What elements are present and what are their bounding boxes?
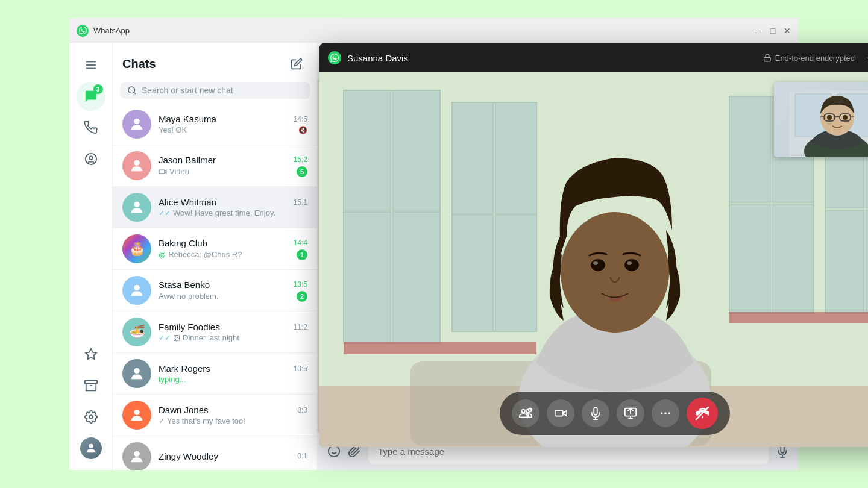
app-logo xyxy=(77,25,89,37)
chat-time: 0:1 xyxy=(297,452,307,460)
chat-name: Zingy Woodley xyxy=(159,451,218,461)
unread-badge: 5 xyxy=(297,166,307,177)
video-background xyxy=(319,72,868,447)
video-icon xyxy=(159,167,167,176)
svg-point-83 xyxy=(661,412,663,414)
chat-info-jason: Jason Ballmer 15:2 Video 5 xyxy=(159,155,307,177)
microphone-icon xyxy=(589,407,602,420)
chat-name: Jason Ballmer xyxy=(159,155,216,165)
sidebar-user-avatar[interactable] xyxy=(77,434,105,463)
double-check-icon: ✓✓ xyxy=(159,334,171,342)
close-button[interactable]: ✕ xyxy=(783,27,791,35)
msg-row: ✓ Yes that's my fave too! xyxy=(159,416,307,425)
chat-item-dawn[interactable]: Dawn Jones 8:3 ✓ Yes that's my fave too! xyxy=(113,395,317,436)
chat-preview: ✓✓ Dinner last night xyxy=(159,333,239,342)
maximize-button[interactable]: □ xyxy=(769,27,777,35)
chat-name: Stasa Benko xyxy=(159,280,210,290)
sidebar-item-chats[interactable]: 3 xyxy=(77,82,105,111)
chats-title: Chats xyxy=(122,57,156,71)
star-icon xyxy=(84,348,98,361)
chat-preview: @ Rebecca: @Chris R? xyxy=(159,250,242,259)
svg-point-73 xyxy=(843,115,848,120)
chat-item-zingy[interactable]: Zingy Woodley 0:1 xyxy=(113,436,317,470)
screen-share-icon xyxy=(624,407,637,420)
call-controls xyxy=(500,392,730,435)
sidebar-item-calls[interactable] xyxy=(77,113,105,142)
add-participant-button[interactable] xyxy=(512,399,539,427)
avatar-icon xyxy=(84,442,98,455)
chat-item-maya[interactable]: Maya Kasuma 14:5 Yes! OK 🔇 xyxy=(113,104,317,145)
chat-avatar-mark xyxy=(122,359,151,388)
chat-preview: ✓✓ Wow! Have great time. Enjoy. xyxy=(159,208,275,217)
avatar-icon xyxy=(128,407,145,424)
avatar-icon xyxy=(128,365,145,382)
status-icon xyxy=(84,152,98,166)
chat-item-jason[interactable]: Jason Ballmer 15:2 Video 5 xyxy=(113,145,317,187)
video-call-window: Susanna Davis End-to-end endcrypted ─ □ … xyxy=(319,43,868,447)
svg-point-60 xyxy=(627,261,632,265)
avatar-icon xyxy=(128,282,145,299)
menu-icon xyxy=(84,58,98,72)
video-call-titlebar: Susanna Davis End-to-end endcrypted ─ □ … xyxy=(319,43,868,72)
chat-name: Dawn Jones xyxy=(159,405,209,415)
end-call-icon xyxy=(696,407,709,420)
chat-avatar-alice xyxy=(122,193,151,222)
chat-item-family[interactable]: 🍜 Family Foodies 11:2 ✓✓ Dinner last nig… xyxy=(113,311,317,353)
self-view-background xyxy=(774,82,868,157)
sidebar-item-starred[interactable] xyxy=(77,340,105,369)
svg-point-56 xyxy=(561,212,669,333)
search-input[interactable] xyxy=(142,86,303,95)
chat-time: 13:5 xyxy=(294,280,307,289)
encrypted-label: End-to-end endcrypted xyxy=(763,54,855,63)
sidebar-item-settings[interactable] xyxy=(77,402,105,431)
more-options-button[interactable] xyxy=(652,399,679,427)
more-options-icon xyxy=(659,407,672,420)
chat-item-alice[interactable]: Alice Whitman 15:1 ✓✓ Wow! Have great ti… xyxy=(113,187,317,228)
sidebar-item-menu[interactable] xyxy=(77,51,105,80)
chat-item-mark[interactable]: Mark Rogers 10:5 typing... xyxy=(113,353,317,395)
video-main-area xyxy=(319,72,868,447)
end-call-button[interactable] xyxy=(687,398,718,429)
microphone-button[interactable] xyxy=(582,399,609,427)
video-toggle-button[interactable] xyxy=(547,399,574,427)
whatsapp-logo-icon xyxy=(79,27,87,34)
check-icon: ✓ xyxy=(159,417,165,425)
svg-point-17 xyxy=(134,285,139,290)
chat-avatar-family: 🍜 xyxy=(122,318,151,346)
chat-item-baking[interactable]: 🎂 Baking Club 14:4 @ Rebecca: @Chris R? … xyxy=(113,228,317,270)
minimize-button[interactable]: ─ xyxy=(754,27,763,35)
svg-point-85 xyxy=(668,412,671,414)
chat-info-zingy: Zingy Woodley 0:1 xyxy=(159,451,307,463)
svg-rect-6 xyxy=(84,381,96,384)
svg-point-8 xyxy=(89,415,93,419)
chats-badge: 3 xyxy=(93,84,103,94)
new-chat-button[interactable] xyxy=(286,53,307,75)
avatar-icon xyxy=(128,157,145,174)
svg-marker-78 xyxy=(563,410,567,416)
chats-header: Chats xyxy=(113,43,317,80)
app-window: WhatsApp ─ □ ✕ 3 xyxy=(69,18,799,470)
chat-time: 10:5 xyxy=(294,364,307,373)
msg-row: ✓✓ Dinner last night xyxy=(159,333,307,342)
svg-point-10 xyxy=(128,87,135,93)
chat-item-stasa[interactable]: Stasa Benko 13:5 Aww no problem. 2 xyxy=(113,270,317,311)
svg-rect-77 xyxy=(555,410,563,416)
chat-avatar-maya xyxy=(122,110,151,139)
chat-name: Family Foodies xyxy=(159,322,220,332)
svg-rect-33 xyxy=(344,212,391,343)
msg-row: ✓✓ Wow! Have great time. Enjoy. xyxy=(159,208,307,217)
name-row: Mark Rogers 10:5 xyxy=(159,363,307,374)
user-avatar xyxy=(80,437,102,459)
unread-badge: 1 xyxy=(297,249,307,260)
chat-preview: Yes! OK xyxy=(159,125,187,134)
svg-line-11 xyxy=(134,92,136,94)
msg-row: Yes! OK 🔇 xyxy=(159,125,307,134)
screen-share-button[interactable] xyxy=(617,399,644,427)
unread-badge: 2 xyxy=(297,291,307,302)
svg-point-4 xyxy=(89,156,93,160)
svg-rect-28 xyxy=(764,57,770,61)
chat-name: Maya Kasuma xyxy=(159,114,216,124)
svg-point-57 xyxy=(591,259,605,271)
sidebar-item-archived[interactable] xyxy=(77,371,105,400)
sidebar-item-status[interactable] xyxy=(77,145,105,174)
